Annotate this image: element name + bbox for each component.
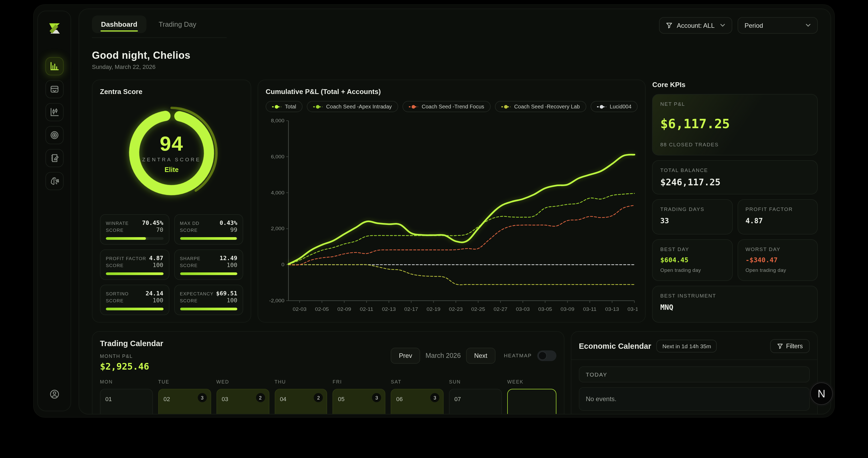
legend-item[interactable]: Coach Seed -Apex Intraday [307,101,398,112]
account-filter-dropdown[interactable]: Account: ALL [659,17,732,34]
calendar-day-cell[interactable]: 063 [391,389,444,415]
calendar-day-cell[interactable]: 042 [275,389,328,415]
total-balance-card: TOTAL BALANCE $246,117.25 [652,160,818,194]
stat-score: 99 [230,226,238,233]
sidebar-item-dashboard[interactable] [45,57,63,75]
stat-progress-bar [180,272,237,275]
calendar-day-cell[interactable]: 032 [216,389,269,415]
heatmap-toggle[interactable] [537,350,556,361]
today-section-header: TODAY [579,366,810,383]
legend-item[interactable]: Coach Seed -Recovery Lab [495,101,586,112]
user-circle-icon [49,389,60,399]
legend-item[interactable]: Total [266,101,303,112]
prev-month-button[interactable]: Prev [391,348,420,363]
calendar-header: WED [216,379,269,385]
sidebar [37,11,71,411]
calendar-header: TUE [158,379,211,385]
legend-label: Coach Seed -Trend Focus [422,104,484,109]
worst-day-value: -$340.47 [745,256,810,264]
zentra-score-gauge: 94 ZENTRA SCORE Elite [121,102,222,203]
series-marker-icon [501,104,510,109]
sidebar-item-ai-coach[interactable] [45,172,63,190]
sidebar-item-inbox[interactable] [45,80,63,98]
total-balance-label: TOTAL BALANCE [660,167,810,173]
sidebar-item-goals[interactable] [45,126,63,144]
worst-day-sub: Open trading day [745,267,810,273]
svg-text:02-23: 02-23 [449,306,463,312]
period-filter-dropdown[interactable]: Period [738,17,818,34]
svg-text:02-25: 02-25 [471,306,485,312]
svg-text:0: 0 [281,262,284,267]
gauge-center: 94 ZENTRA SCORE Elite [121,102,222,203]
day-number: 01 [105,396,112,402]
sidebar-item-trades[interactable] [45,103,63,121]
stat-value: 70.45% [142,220,163,226]
calendar-day-cell[interactable]: 07 [449,389,502,415]
best-day-card: BEST DAY $604.45 Open trading day [652,239,733,281]
tab-dashboard[interactable]: Dashboard [92,15,147,33]
svg-text:-2,000: -2,000 [269,297,284,303]
series-line [288,155,634,264]
svg-text:03-13: 03-13 [605,306,619,312]
pnl-line-chart[interactable]: 8,0006,0004,0002,0000-2,00002-0302-0502-… [266,117,638,315]
stat-tile-expectancy: EXPECTANCY$69.51 SCORE100 [174,285,243,315]
trading-calendar-card: Trading Calendar MONTH P&L $2,925.46 Pre… [92,331,564,415]
current-month-label: March 2026 [426,352,461,359]
series-marker-icon [409,104,418,109]
brain-icon [50,176,59,186]
zentra-logo-icon[interactable] [47,21,62,36]
panels-row: Zentra Score [92,79,818,323]
day-number: 03 [221,396,228,402]
svg-text:02-19: 02-19 [427,306,440,312]
calendar-header: THU [275,379,328,385]
calendar-day-cell[interactable]: 023 [158,389,211,415]
stage: Dashboard Trading Day Account: ALL Perio… [0,0,868,458]
legend-item[interactable]: Coach Seed -Trend Focus [402,101,491,112]
economic-calendar-header: Economic Calendar Next in 1d 14h 35m Fil… [579,339,810,353]
cumulative-pnl-title: Cumulative P&L (Total + Accounts) [266,88,638,96]
legend-item[interactable]: Lucid004 [591,101,638,112]
bar-chart-icon [50,61,59,71]
nextjs-dev-indicator[interactable]: N [810,383,833,405]
best-day-value: $604.45 [660,256,725,264]
stat-label: WINRATE [106,221,129,226]
stat-score-label: SCORE [106,228,123,233]
stat-progress-bar [180,308,237,310]
stat-label: SORTINO [106,291,129,296]
chart-legend: TotalCoach Seed -Apex IntradayCoach Seed… [266,101,638,112]
heatmap-label: HEATMAP [504,353,532,358]
sidebar-item-profile[interactable] [45,385,63,403]
calendar-week-cell[interactable]: WEEK 1 [507,389,556,415]
series-line [288,264,634,285]
kpi-grid: TRADING DAYS 33 PROFIT FACTOR 4.87 BEST … [652,199,818,281]
svg-text:02-05: 02-05 [315,306,329,312]
day-number: 04 [280,396,286,402]
period-filter-label: Period [745,22,763,29]
stat-value: 4.87 [149,255,163,262]
calendar-weekday-headers: MONTUEWEDTHUFRISATSUNWEEK [100,379,556,385]
toggle-knob [538,351,547,360]
stat-score: 70 [156,226,163,233]
day-number: 07 [454,396,461,402]
stat-score: 100 [153,262,163,269]
worst-day-label: WORST DAY [745,246,810,252]
sidebar-item-journal[interactable] [45,149,63,167]
calendar-header: SAT [391,379,444,385]
stat-label: EXPECTANCY [180,291,214,296]
zentra-score-value: 94 [160,132,184,155]
svg-text:02-27: 02-27 [494,306,507,312]
filters-button[interactable]: Filters [770,339,810,353]
next-month-button[interactable]: Next [466,348,495,363]
svg-text:03-03: 03-03 [516,306,530,312]
trade-count-badge: 3 [197,393,207,402]
best-day-label: BEST DAY [660,246,725,252]
economic-calendar-title: Economic Calendar [579,342,651,350]
calendar-day-cell[interactable]: 01 [100,389,153,415]
chevron-down-icon [805,24,811,27]
calendar-day-cell[interactable]: 053 [333,389,385,415]
tab-trading-day[interactable]: Trading Day [150,15,206,33]
series-marker-icon [597,104,606,109]
legend-label: Lucid004 [610,104,631,109]
journal-edit-icon [50,153,59,163]
series-marker-icon [313,104,322,109]
